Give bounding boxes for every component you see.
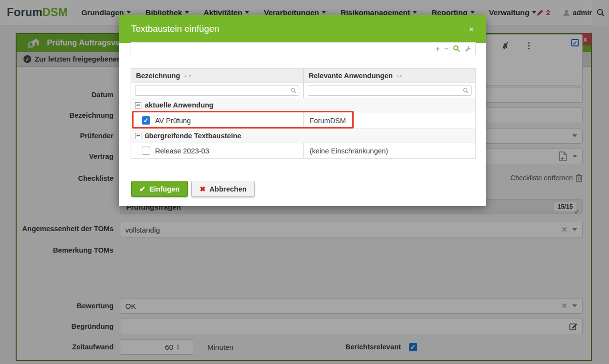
x-icon: ✖	[200, 185, 205, 193]
group-uebergreifende[interactable]: übergreifende Textbausteine	[131, 129, 475, 143]
row-checkbox-unchecked[interactable]	[142, 147, 150, 155]
search-icon	[291, 87, 296, 93]
table-row-av-pruefung[interactable]: ✓ AV Prüfung ForumDSM	[131, 112, 475, 129]
close-dialog-icon[interactable]: ×	[469, 25, 474, 33]
dialog-header: Textbaustein einfügen ×	[119, 15, 486, 43]
dialog-title: Textbaustein einfügen	[131, 23, 219, 34]
column-anwendungen[interactable]: Relevante Anwendungen∧∨	[303, 69, 475, 83]
grid-toolbar: + −	[131, 42, 476, 55]
abbrechen-button[interactable]: ✖ Abbrechen	[191, 181, 255, 197]
textbaustein-table: Bezeichnung▲▼ Relevante Anwendungen∧∨ ak…	[131, 68, 476, 159]
row-checkbox-checked[interactable]: ✓	[142, 116, 150, 125]
wrench-icon[interactable]	[465, 45, 472, 52]
table-row-release[interactable]: Release 2023-03 (keine Einschränkungen)	[131, 143, 475, 159]
table-header: Bezeichnung▲▼ Relevante Anwendungen∧∨	[131, 69, 475, 83]
check-icon: ✔	[139, 185, 145, 193]
filter-anwendungen-input[interactable]	[308, 87, 471, 94]
collapse-icon[interactable]	[135, 102, 141, 108]
filter-bezeichnung-input[interactable]	[135, 87, 299, 94]
collapse-icon[interactable]	[135, 133, 141, 139]
search-icon	[463, 87, 469, 93]
search-icon[interactable]	[453, 45, 460, 52]
sort-icons: ▲▼	[183, 74, 192, 78]
einfuegen-button[interactable]: ✔ Einfügen	[131, 181, 188, 197]
filter-row	[131, 83, 475, 98]
dialog-buttons: ✔ Einfügen ✖ Abbrechen	[131, 181, 255, 197]
remove-icon[interactable]: −	[444, 44, 449, 53]
sort-icons: ∧∨	[396, 74, 403, 78]
add-icon[interactable]: +	[435, 44, 440, 53]
column-bezeichnung[interactable]: Bezeichnung▲▼	[131, 69, 303, 83]
group-aktuelle-anwendung[interactable]: aktuelle Anwendung	[131, 98, 475, 112]
textbaustein-dialog: Textbaustein einfügen × + − Bezeichnung▲…	[119, 15, 486, 206]
